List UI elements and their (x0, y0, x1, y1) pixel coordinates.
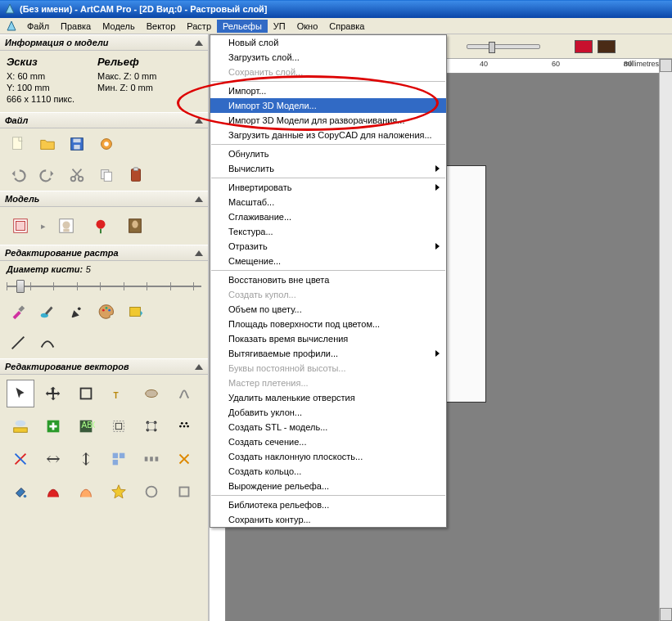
menu-item[interactable]: Смещение... (210, 254, 446, 268)
brush-magenta-icon[interactable] (7, 301, 29, 322)
menu-item[interactable]: Вычислить (210, 161, 446, 176)
scroll-down-icon[interactable] (660, 608, 672, 621)
new-file-icon[interactable] (7, 133, 29, 155)
menu-item[interactable]: Площадь поверхности под цветом... (210, 317, 446, 331)
special2-icon[interactable] (170, 380, 198, 407)
menu-vector[interactable]: Вектор (141, 20, 182, 33)
undo-icon[interactable] (7, 164, 29, 186)
menu-item[interactable]: Вырождение рельефа... (210, 479, 446, 493)
menu-item[interactable]: Объем по цвету... (210, 302, 446, 317)
line-tool-icon[interactable] (7, 332, 29, 353)
panel-info-header[interactable]: Информация о модели (0, 34, 208, 51)
transform-icon[interactable] (105, 412, 133, 440)
effect1-icon[interactable] (138, 478, 165, 506)
rect-select-icon[interactable] (72, 380, 100, 407)
grid-icon[interactable]: ABC (72, 412, 100, 440)
snap-icon[interactable] (170, 445, 198, 473)
color-swatch-1[interactable] (575, 40, 593, 53)
menu-window[interactable]: Окно (291, 20, 324, 33)
collapse-icon[interactable] (195, 250, 203, 256)
menu-item[interactable]: Импорт... (210, 83, 446, 98)
svg-rect-9 (104, 172, 111, 181)
menu-file[interactable]: Файл (21, 20, 55, 33)
color1-icon[interactable] (39, 478, 67, 506)
palette-icon[interactable] (95, 301, 118, 322)
menu-item[interactable]: Создать кольцо... (210, 464, 446, 479)
options-gear-icon[interactable] (95, 133, 118, 155)
menu-item[interactable]: Библиотека рельефов... (210, 497, 446, 512)
plus-green-icon[interactable] (39, 412, 67, 440)
pen-icon[interactable] (65, 301, 88, 322)
menu-item[interactable]: Показать время вычисления (210, 331, 446, 346)
menu-item[interactable]: Восстановить вне цвета (210, 272, 446, 287)
pointer-icon[interactable] (7, 380, 34, 407)
special1-icon[interactable] (138, 380, 165, 407)
curve-tool-icon[interactable] (36, 332, 59, 353)
brush-slider[interactable] (7, 278, 201, 295)
panel-model-header[interactable]: Модель (0, 191, 208, 207)
panel-vectors-header[interactable]: Редактирование векторов (0, 358, 208, 375)
vertical-scrollbar[interactable] (659, 59, 672, 621)
panel-raster-header[interactable]: Редактирование растра (0, 245, 208, 261)
face-relief-icon[interactable] (52, 212, 80, 240)
dots-icon[interactable] (170, 412, 198, 440)
menu-item[interactable]: Удалить маленькие отверстия (210, 390, 446, 405)
color2-icon[interactable] (72, 478, 100, 506)
rose-relief-icon[interactable] (87, 212, 115, 240)
menu-item[interactable]: Загрузить слой... (210, 50, 446, 65)
menu-toolpaths[interactable]: УП (268, 20, 291, 33)
save-disk-icon[interactable] (65, 133, 88, 155)
svg-rect-47 (120, 453, 124, 458)
menu-item[interactable]: Масштаб... (210, 195, 446, 209)
text-tool-icon[interactable]: T (105, 380, 133, 407)
star-icon[interactable] (105, 478, 133, 506)
align-h-icon[interactable] (39, 445, 67, 473)
open-folder-icon[interactable] (36, 133, 59, 155)
align-v-icon[interactable] (72, 445, 100, 473)
brush-cyan-icon[interactable] (36, 301, 59, 322)
scroll-up-icon[interactable] (660, 59, 672, 72)
effect2-icon[interactable] (170, 478, 198, 506)
menu-item[interactable]: Импорт 3D Модели для разворачивания... (210, 113, 446, 128)
menu-item[interactable]: Создать STL - модель... (210, 420, 446, 434)
menu-item[interactable]: Создать наклонную плоскость... (210, 449, 446, 464)
paste-clipboard-icon[interactable] (124, 164, 147, 186)
cut-scissors-icon[interactable] (65, 164, 88, 186)
collapse-icon[interactable] (195, 118, 203, 124)
move-icon[interactable] (39, 380, 67, 407)
paint-bucket-icon[interactable] (7, 478, 34, 506)
panel-file-header[interactable]: Файл (0, 112, 208, 128)
menu-edit[interactable]: Правка (55, 20, 97, 33)
menu-item[interactable]: Импорт 3D Модели... (210, 98, 446, 113)
distribute-icon[interactable] (138, 445, 165, 473)
collapse-icon[interactable] (195, 40, 203, 46)
menu-item[interactable]: Инвертировать (210, 180, 446, 195)
menu-item[interactable]: Обнулить (210, 146, 446, 161)
measure-icon[interactable] (7, 412, 34, 440)
menu-item[interactable]: Добавить уклон... (210, 405, 446, 420)
menu-help[interactable]: Справка (323, 20, 370, 33)
menu-item[interactable]: Новый слой (210, 35, 446, 50)
menu-item[interactable]: Вытягиваемые профили... (210, 346, 446, 361)
menu-item[interactable]: Сохранить контур... (210, 512, 446, 527)
collapse-icon[interactable] (195, 364, 203, 370)
collapse-icon[interactable] (195, 196, 203, 202)
zoom-slider[interactable] (467, 44, 540, 49)
monalisa-icon[interactable] (121, 212, 149, 240)
menu-item[interactable]: Создать сечение... (210, 434, 446, 449)
menu-raster[interactable]: Растр (181, 20, 217, 33)
redo-icon[interactable] (36, 164, 59, 186)
menu-model[interactable]: Модель (97, 20, 140, 33)
nodes-icon[interactable] (138, 412, 165, 440)
menu-item[interactable]: Отразить (210, 239, 446, 254)
menu-item[interactable]: Текстура... (210, 224, 446, 239)
menu-item[interactable]: Загрузить данные из CopyCAD для наложени… (210, 128, 446, 142)
arrange-icon[interactable] (105, 445, 133, 473)
menu-reliefs[interactable]: Рельефы (217, 20, 268, 33)
relief-layers-icon[interactable] (7, 212, 34, 240)
menu-item[interactable]: Сглаживание... (210, 209, 446, 224)
break-icon[interactable] (7, 445, 34, 473)
copy-icon[interactable] (95, 164, 118, 186)
color-swatch-2[interactable] (598, 40, 616, 53)
fill-icon[interactable] (124, 301, 147, 322)
